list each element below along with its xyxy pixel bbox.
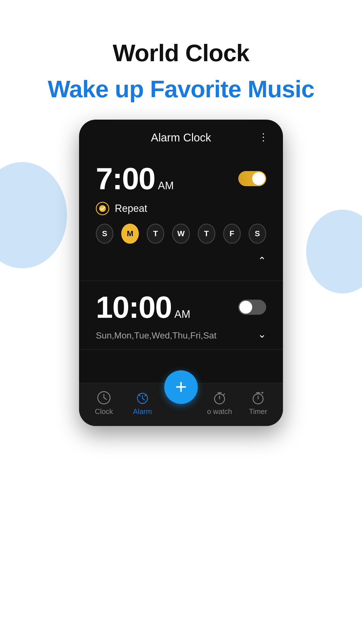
day-circle-sun[interactable]: S xyxy=(96,224,113,244)
nav-item-timer[interactable]: + Timer xyxy=(241,390,275,416)
alarm-1-repeat-row[interactable]: Repeat xyxy=(96,202,266,215)
alarm-2-toggle-thumb xyxy=(239,301,252,314)
nav-label-alarm: Alarm xyxy=(133,407,152,416)
nav-item-clock[interactable]: Clock xyxy=(87,390,121,416)
page-subtitle: Wake up Favorite Music xyxy=(0,75,362,103)
alarm-1-collapse-row[interactable]: ⌃ xyxy=(96,252,266,272)
nav-item-stopwatch[interactable]: o watch xyxy=(203,390,236,416)
add-alarm-button[interactable]: + xyxy=(164,370,198,404)
alarm-2-section: 10:00 AM Sun,Mon,Tue,Wed,Thu,Fri,Sat ⌄ xyxy=(79,281,283,349)
alarm-1-time[interactable]: 7:00 AM xyxy=(96,161,174,196)
chevron-down-icon[interactable]: ⌄ xyxy=(258,328,266,340)
stopwatch-icon xyxy=(212,390,227,405)
alarm-1-row: 7:00 AM xyxy=(96,161,266,196)
svg-line-14 xyxy=(223,394,225,395)
menu-button[interactable]: ⋮ xyxy=(258,131,269,143)
day-circle-tue[interactable]: T xyxy=(147,224,164,244)
day-circle-fri[interactable]: F xyxy=(223,224,241,244)
page-title: World Clock xyxy=(0,39,362,67)
svg-line-8 xyxy=(145,394,146,396)
alarm-2-days-text: Sun,Mon,Tue,Wed,Thu,Fri,Sat xyxy=(96,330,216,341)
alarm-2-row: 10:00 AM xyxy=(96,289,266,325)
day-circle-thu[interactable]: T xyxy=(198,224,215,244)
alarm-1-toggle-thumb xyxy=(252,172,265,185)
alarm-1-toggle[interactable] xyxy=(238,171,266,186)
decorative-blob-right xyxy=(306,210,362,293)
timer-icon: + xyxy=(251,390,265,405)
chevron-up-icon: ⌃ xyxy=(258,255,266,267)
day-circle-sat[interactable]: S xyxy=(249,224,266,244)
alarm-2-digits: 10:00 xyxy=(96,289,172,325)
alarm-2-time[interactable]: 10:00 AM xyxy=(96,289,190,325)
app-title: Alarm Clock xyxy=(151,131,211,144)
alarm-icon xyxy=(135,390,150,405)
alarm-1-ampm: AM xyxy=(158,180,174,192)
day-circle-wed[interactable]: W xyxy=(172,224,190,244)
header-section: World Clock Wake up Favorite Music xyxy=(0,0,362,120)
day-circle-mon[interactable]: M xyxy=(121,224,139,244)
svg-line-3 xyxy=(104,398,106,399)
plus-icon: + xyxy=(175,377,187,397)
svg-text:+: + xyxy=(261,390,264,396)
alarm-2-ampm: AM xyxy=(174,308,190,320)
alarm-1-day-circles: S M T W T F S xyxy=(96,224,266,244)
nav-item-alarm[interactable]: Alarm xyxy=(126,390,159,416)
svg-line-6 xyxy=(142,398,144,400)
repeat-check-icon xyxy=(96,202,109,215)
repeat-label: Repeat xyxy=(115,203,147,214)
app-header: Alarm Clock ⋮ xyxy=(79,120,283,152)
decorative-blob-left xyxy=(0,162,67,268)
nav-label-stopwatch: o watch xyxy=(207,407,232,416)
alarm-1-section: 7:00 AM Repeat S M T W T F S xyxy=(79,152,283,281)
phone-mockup: Alarm Clock ⋮ 7:00 AM Repeat S M xyxy=(79,120,283,426)
svg-line-7 xyxy=(139,394,140,396)
alarm-2-toggle[interactable] xyxy=(238,300,266,315)
alarm-1-digits: 7:00 xyxy=(96,161,155,196)
nav-label-timer: Timer xyxy=(249,407,267,416)
nav-label-clock: Clock xyxy=(95,407,113,416)
clock-icon xyxy=(97,390,111,405)
bottom-nav: + Clock xyxy=(79,383,283,426)
